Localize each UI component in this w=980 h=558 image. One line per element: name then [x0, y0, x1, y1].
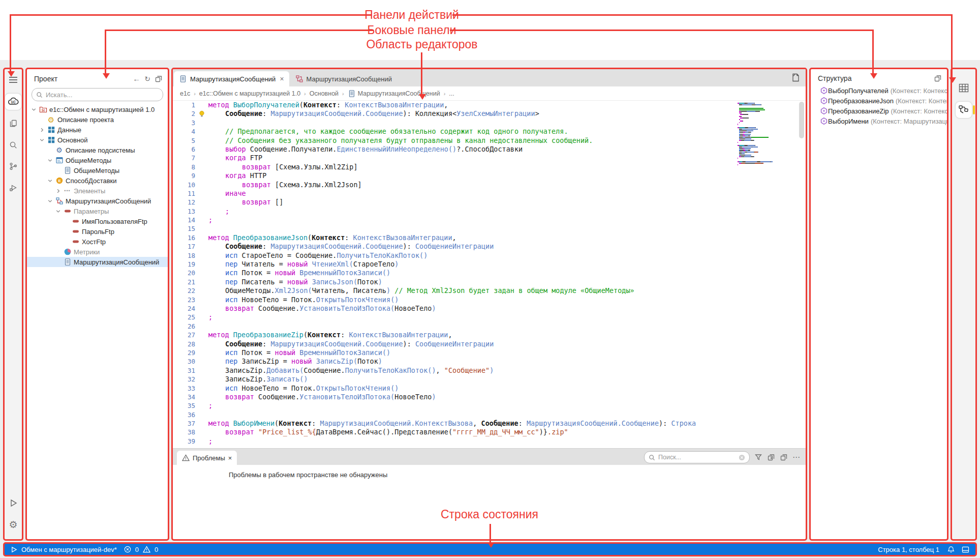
tree-item[interactable]: ⚙Описание проекта	[27, 114, 168, 125]
chevron-down-icon[interactable]	[55, 209, 63, 214]
code-line: 19пер Читатель = новый ЧтениеXml(СтароеТ…	[173, 260, 806, 269]
code-line: 35;	[173, 401, 806, 410]
problems-search-input[interactable]: Поиск...	[644, 451, 750, 463]
code-line: 38возврат "Price_list_%{ДатаВремя.Сейчас…	[173, 428, 806, 436]
tree-item[interactable]: ХостFtp	[27, 237, 168, 247]
tree-item[interactable]: ПарольFtp	[27, 226, 168, 237]
status-warnings[interactable]: 0	[155, 546, 158, 553]
tree-item[interactable]: ОбщиеМетоды	[27, 155, 168, 165]
play-icon[interactable]	[11, 546, 17, 553]
structure-panel-title: Структура	[818, 74, 934, 82]
close-icon[interactable]: ×	[280, 75, 284, 83]
panel-icon[interactable]	[962, 546, 969, 553]
warning-icon[interactable]	[143, 546, 150, 553]
chevron-down-icon[interactable]	[47, 178, 55, 184]
copy-icon[interactable]	[6, 116, 21, 131]
tree-item[interactable]: Параметры	[27, 206, 168, 216]
dash-red-icon	[71, 227, 80, 236]
menu-icon[interactable]	[6, 72, 21, 87]
tree-item[interactable]: Основной	[27, 135, 168, 145]
code-line: 1метод ВыборПолучателей(Контекст: Контек…	[173, 101, 806, 109]
tree-item-label: Метрики	[74, 248, 100, 256]
doc-icon	[179, 75, 187, 83]
refresh-icon[interactable]: ↻	[144, 75, 150, 83]
breadcrumb: e1c›e1c::Обмен с маршрутизацией 1.0›Осно…	[173, 86, 806, 101]
chevron-down-icon[interactable]	[31, 107, 39, 112]
right-activity-bar	[951, 68, 977, 541]
more-icon[interactable]: ⋯	[792, 453, 801, 462]
breadcrumb-item[interactable]: e1c::Обмен с маршрутизацией 1.0	[199, 90, 300, 97]
restore-icon[interactable]	[934, 74, 942, 82]
project-tree: 1ce1c::Обмен с маршрутизацией 1.0⚙Описан…	[27, 104, 168, 267]
code-line: 18исп СтароеТело = Сообщение.ПолучитьТел…	[173, 251, 806, 260]
debug-icon[interactable]	[6, 180, 21, 195]
clear-icon[interactable]	[739, 454, 745, 461]
breadcrumb-item[interactable]: e1c	[180, 90, 190, 97]
code-line: 32ЗаписьZip.Записать()	[173, 375, 806, 384]
chevron-down-icon[interactable]	[47, 198, 55, 204]
code-line: 27метод ПреобразованиеZip(Контекст: Конт…	[173, 331, 806, 339]
tree-item-label: Описание проекта	[57, 116, 114, 124]
minimap[interactable]	[738, 103, 794, 166]
code-line: 34возврат Сообщение.УстановитьТелоИзПото…	[173, 393, 806, 401]
error-circle-icon[interactable]	[124, 546, 131, 553]
chevron-right-icon[interactable]	[39, 127, 47, 133]
code-line: 13;	[173, 207, 806, 216]
breadcrumb-item[interactable]: ...	[449, 90, 454, 97]
chevron-down-icon[interactable]	[39, 137, 47, 143]
lightbulb-icon[interactable]	[195, 109, 208, 118]
structure-item[interactable]: ВыборИмени(Контекст: Маршрутизаци...	[811, 116, 947, 126]
structure-item[interactable]: ПреобразованиеJson(Контекст: Контек...	[811, 96, 947, 106]
tree-item[interactable]: МаршрутизацияСообщений	[27, 196, 168, 206]
structure-item[interactable]: ВыборПолучателей(Контекст: Контекст...	[811, 85, 947, 96]
structure-item[interactable]: ПреобразованиеZip(Контекст: Контекс...	[811, 106, 947, 116]
tree-item[interactable]: ИмяПользователяFtp	[27, 216, 168, 226]
chevron-down-icon[interactable]	[47, 158, 55, 163]
filter-icon[interactable]	[754, 453, 762, 461]
tab-problems[interactable]: Проблемы ×	[177, 451, 237, 465]
search-icon[interactable]	[6, 137, 21, 153]
code-line: 9когда HTTP	[173, 171, 806, 180]
tree-item[interactable]: 1ce1c::Обмен с маршрутизацией 1.0	[27, 104, 168, 114]
line-number: 39	[173, 437, 195, 446]
flow-structure-icon[interactable]	[956, 102, 972, 118]
tab-label: МаршрутизацияСообщений	[190, 75, 275, 83]
settings-gear-icon[interactable]: ⚙	[6, 517, 21, 532]
onec-cloud-icon[interactable]: 1С	[5, 94, 21, 110]
status-project[interactable]: Обмен с маршрутизацией-dev*	[21, 546, 117, 553]
editor-tab[interactable]: МаршрутизацияСообщений	[290, 71, 397, 86]
tree-item[interactable]: ⚙Описание подсистемы	[27, 145, 168, 155]
run-icon[interactable]	[6, 495, 21, 511]
pie-icon	[63, 248, 72, 256]
line-number: 37	[173, 419, 195, 428]
tree-item[interactable]: Метрики	[27, 247, 168, 257]
tab-label: МаршрутизацияСообщений	[307, 75, 392, 83]
tree-item-label: ОбщиеМетоды	[66, 157, 111, 164]
git-icon[interactable]	[6, 159, 21, 174]
breadcrumb-item[interactable]: Основной	[310, 90, 339, 97]
close-icon[interactable]: ×	[228, 454, 232, 462]
tree-item[interactable]: МаршрутизацияСообщений	[27, 257, 168, 267]
code-editor[interactable]: 1метод ВыборПолучателей(Контекст: Контек…	[173, 101, 806, 465]
page-curl-icon[interactable]	[791, 73, 801, 82]
status-caret-position[interactable]: Строка 1, столбец 1	[878, 546, 939, 553]
tree-item[interactable]: EСпособДоставки	[27, 175, 168, 186]
expand-all-icon[interactable]	[767, 453, 775, 461]
chevron-right-icon[interactable]	[55, 188, 63, 194]
back-icon[interactable]: ←	[133, 74, 140, 83]
flow-pink-icon	[295, 75, 303, 83]
tree-item[interactable]: ОбщиеМетоды	[27, 165, 168, 175]
tree-item[interactable]: •••Элементы	[27, 186, 168, 196]
editor-tab[interactable]: МаршрутизацияСообщений×	[174, 71, 289, 86]
bell-icon[interactable]	[947, 546, 955, 553]
breadcrumb-item[interactable]: МаршрутизацияСообщений	[348, 90, 440, 98]
editor-scrollbar[interactable]	[799, 102, 804, 138]
tree-item[interactable]: Данные	[27, 125, 168, 135]
table-icon[interactable]	[956, 80, 971, 96]
project-search-input[interactable]: Искать...	[32, 88, 163, 101]
collapse-all-icon[interactable]	[155, 75, 163, 83]
status-errors[interactable]: 0	[135, 546, 139, 553]
structure-item-detail: (Контекст: Контекст...	[891, 87, 948, 95]
collapse-all-icon[interactable]	[780, 453, 788, 461]
breadcrumb-separator: ›	[342, 91, 344, 97]
